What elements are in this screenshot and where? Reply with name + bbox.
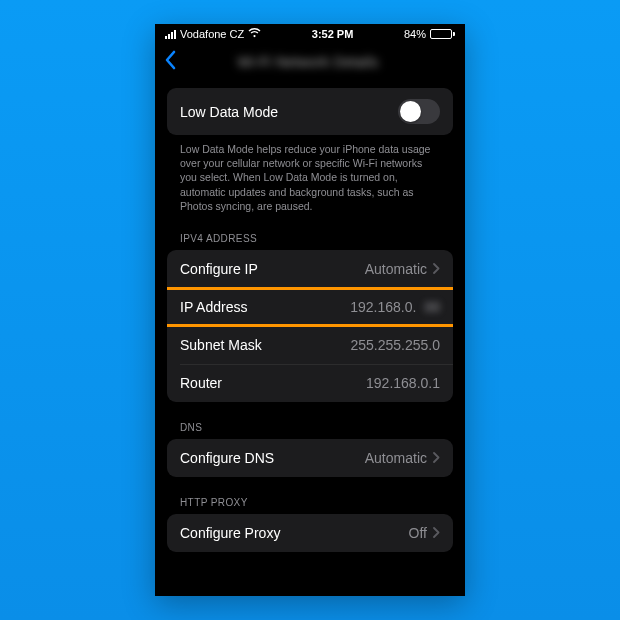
subnet-mask-value: 255.255.255.0	[350, 337, 440, 353]
router-value: 192.168.0.1	[366, 375, 440, 391]
proxy-section-header: HTTP PROXY	[167, 477, 453, 514]
low-data-mode-row[interactable]: Low Data Mode	[167, 88, 453, 135]
carrier-label: Vodafone CZ	[180, 28, 244, 40]
wifi-icon	[248, 28, 261, 40]
chevron-right-icon	[433, 450, 440, 466]
configure-proxy-value: Off	[409, 525, 427, 541]
configure-proxy-row[interactable]: Configure Proxy Off	[167, 514, 453, 552]
ip-address-blurred: 00	[424, 299, 440, 315]
configure-proxy-label: Configure Proxy	[180, 525, 280, 541]
subnet-mask-row: Subnet Mask 255.255.255.0	[167, 326, 453, 364]
chevron-right-icon	[433, 261, 440, 277]
nav-bar: Wi-Fi Network Details	[155, 42, 465, 82]
status-right: 84%	[404, 28, 455, 40]
proxy-group: Configure Proxy Off	[167, 514, 453, 552]
dns-group: Configure DNS Automatic	[167, 439, 453, 477]
configure-ip-label: Configure IP	[180, 261, 258, 277]
configure-ip-row[interactable]: Configure IP Automatic	[167, 250, 453, 288]
status-time: 3:52 PM	[312, 28, 354, 40]
status-bar: Vodafone CZ 3:52 PM 84%	[155, 24, 465, 42]
chevron-right-icon	[433, 525, 440, 541]
battery-icon	[430, 29, 455, 39]
page-title: Wi-Fi Network Details	[159, 54, 457, 70]
low-data-description: Low Data Mode helps reduce your iPhone d…	[167, 135, 453, 213]
ip-address-label: IP Address	[180, 299, 247, 315]
battery-percent: 84%	[404, 28, 426, 40]
dns-section-header: DNS	[167, 402, 453, 439]
phone-frame: Vodafone CZ 3:52 PM 84% Wi-Fi Network De…	[155, 24, 465, 596]
ipv4-section-header: IPV4 ADDRESS	[167, 213, 453, 250]
configure-dns-value: Automatic	[365, 450, 427, 466]
configure-dns-label: Configure DNS	[180, 450, 274, 466]
configure-ip-value: Automatic	[365, 261, 427, 277]
configure-dns-row[interactable]: Configure DNS Automatic	[167, 439, 453, 477]
ipv4-group: Configure IP Automatic IP Address 192.16…	[167, 250, 453, 402]
low-data-mode-toggle[interactable]	[398, 99, 440, 124]
status-left: Vodafone CZ	[165, 28, 261, 40]
router-row: Router 192.168.0.1	[167, 364, 453, 402]
ip-address-value: 192.168.0.	[350, 299, 416, 315]
ip-address-row: IP Address 192.168.0. 00	[167, 288, 453, 326]
subnet-mask-label: Subnet Mask	[180, 337, 262, 353]
low-data-mode-label: Low Data Mode	[180, 104, 278, 120]
router-label: Router	[180, 375, 222, 391]
signal-icon	[165, 29, 176, 39]
content: Low Data Mode Low Data Mode helps reduce…	[155, 88, 465, 552]
